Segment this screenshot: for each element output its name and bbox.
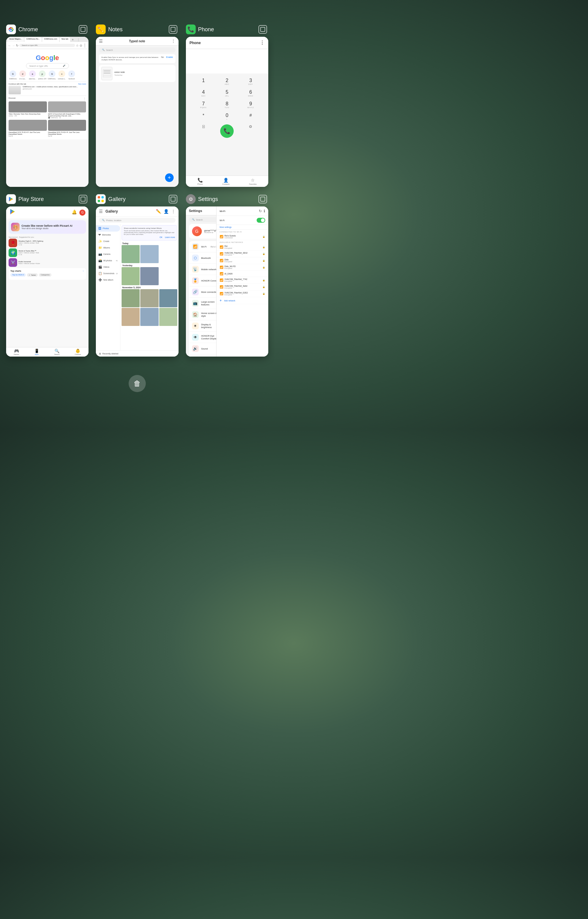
gallery-photo-5[interactable] [121,289,140,307]
gallery-sidebar-videos[interactable]: 🎬 Videos [96,264,120,270]
chrome-screenshot[interactable]: Honor Magics... GSMArena Re... GSMArena.… [6,37,89,187]
gallery-sidebar-photos[interactable]: 🖼 Photos [96,225,120,232]
wifi-network-1[interactable]: 📶 Rol Encrypted 🔒 [216,244,268,250]
mic-icon[interactable]: 🎤 [63,65,66,67]
gallery-photo-2[interactable] [140,245,158,263]
dialpad-key-2[interactable]: 2 ABC [216,76,239,87]
chrome-tab-1[interactable]: Honor Magics... [7,37,24,42]
store-bell-icon[interactable]: 🔔 [72,210,77,216]
quick-link-2[interactable]: d dr or pa... [18,71,27,80]
chrome-address-bar[interactable]: Search or type URL [19,44,75,47]
gallery-photo-3[interactable] [121,267,140,285]
gallery-edit-icon[interactable]: ✏️ [156,209,161,214]
store-profile-icon[interactable]: G [79,210,86,216]
gallery-sidebar-screenshots[interactable]: 📋 Screenshots 18 [96,270,120,277]
notes-more-icon[interactable]: ⋮ [171,39,176,44]
notes-menu-icon[interactable]: ☰ [99,39,103,44]
gallery-menu-icon[interactable]: ☰ [99,209,103,214]
gallery-photo-1[interactable] [121,245,140,263]
dialpad-key-3[interactable]: 3 DEF [239,76,262,87]
chrome-star[interactable]: ☆ [76,44,79,47]
dialpad-key-1[interactable]: 1 [192,76,215,87]
dialpad-key-6[interactable]: 6 MNO [239,87,262,99]
news-item-4[interactable]: Hasselblad XCD 75 f/3.4 P: Just The Lens… [48,120,86,137]
store-tc-arrow[interactable]: → [82,270,84,272]
notes-fab[interactable]: + [165,173,174,182]
chrome-cast[interactable]: ⊙ [80,44,82,47]
store-nav-games[interactable]: 🎮 Games [14,349,19,355]
dialpad-key-star[interactable]: * [192,111,215,122]
notes-window-btn[interactable] [169,25,177,34]
store-banner[interactable]: 🎨 Create like never before with Picsart … [8,220,86,234]
notes-screenshot[interactable]: ☰ Typed note ⋮ 🔍 Search Enable Data Sync… [96,37,178,187]
news-item-2[interactable]: iQOO 13 launched with Snapdragon 8 Elite… [48,102,86,119]
gallery-person-icon[interactable]: 👤 [163,209,169,214]
phone-window-btn[interactable] [258,25,267,34]
gallery-sidebar-albums[interactable]: 📁 Albums [96,244,120,251]
discover-more[interactable]: ⋮ [83,97,86,100]
gallery-photo-10[interactable] [159,308,177,326]
gallery-window-btn[interactable] [169,195,177,204]
gallery-more-icon[interactable]: ⋮ [171,209,176,214]
gallery-sidebar-create[interactable]: ✨ Create [96,238,120,244]
wifi-more-icon[interactable]: ℹ [264,209,265,213]
store-app-3[interactable]: ⚔️ Dublo Immortal Action • Vehicle comba… [8,258,86,267]
dialpad-key-0[interactable]: 0 + [216,111,239,122]
phone-tab-phone[interactable]: 📞 Phone [197,178,203,185]
gallery-photo-4[interactable] [140,267,158,285]
chrome-tab-4[interactable]: New tab [60,37,70,42]
phone-more-icon[interactable]: ⋮ [260,40,265,46]
playstore-window-btn[interactable] [79,195,87,204]
gallery-search[interactable]: 🔍 Photos, location [99,218,175,223]
chrome-tab-2[interactable]: GSMArena Re... [24,37,42,42]
gallery-im-ok-btn[interactable]: OK [160,236,162,238]
dialpad-key-9[interactable]: 9 WXYZ [239,99,262,110]
phone-tab-favorites[interactable]: ☆ Favorites [249,178,257,185]
notes-sync-enable[interactable]: Enable [166,56,173,58]
store-tc-tab-2[interactable]: ✓ Tablet [27,273,38,277]
quick-link-3[interactable]: а аминтор... [28,71,37,80]
dialpad-key-7[interactable]: 7 PQRS [192,99,215,110]
news-item-3[interactable]: Hasselblad XCD 75 f/3.4 P: Just The Lens… [8,120,47,137]
gallery-photo-6[interactable] [140,289,158,307]
trash-button[interactable]: 🗑 [129,375,146,392]
chrome-more[interactable]: ⋮ [83,43,87,47]
settings-screenshot[interactable]: Settings 🔍 Search G gsmar*****g***@.com … [186,207,268,357]
dialpad-key-video[interactable]: ⊙ [239,123,262,140]
playstore-screenshot[interactable]: 🔔 G 🎨 Create like never before with Pics… [6,207,89,357]
gallery-recently-deleted[interactable]: 🗑 Recently deleted [96,350,178,357]
quick-link-5[interactable]: G GSMArena... [48,71,57,80]
chrome-tab-menu[interactable]: ⋮ [76,37,81,42]
gallery-sidebar-allphotos[interactable]: 📸 All photos 40 [96,257,120,264]
chrome-back[interactable]: ← [8,44,11,47]
quick-link-6[interactable]: c contrast a... [58,71,66,80]
store-nav-apps[interactable]: 📱 Apps [34,349,39,355]
dialpad-key-hash[interactable]: # [239,111,262,122]
gallery-photo-7[interactable] [159,289,177,307]
wifi-network-3[interactable]: 📶 Dido Encrypted 🔒 [216,257,268,264]
wifi-toggle[interactable] [257,218,265,223]
chrome-tab-3[interactable]: GSMArena.com [42,37,59,42]
notes-search[interactable]: 🔍 Search [99,47,175,52]
store-tc-tab-1[interactable]: Top for RGN 0 [10,273,26,277]
news-item-1[interactable]: 'Alien: Romulus' Sets Hulu Streaming Dat… [8,102,47,119]
wifi-add-network[interactable]: + Add network [216,297,268,304]
store-tc-tab-3[interactable]: Categories [39,273,52,277]
wifi-refresh-icon[interactable]: ↻ [259,209,262,213]
store-nav-search[interactable]: 🔍 Search [54,349,60,355]
quick-link-7[interactable]: f facebook [67,71,76,80]
settings-window-btn[interactable] [258,195,267,204]
dialpad-key-4[interactable]: 4 GHI [192,87,215,99]
chrome-refresh[interactable]: ↻ [16,44,18,47]
wifi-network-7[interactable]: 📶 VVACOM_FiberNet_3kA4 Encrypted 🔒 [216,284,268,291]
call-button[interactable]: 📞 [220,124,234,138]
dialpad-call-btn[interactable]: 📞 [216,123,239,140]
gallery-sidebar-camera[interactable]: 📷 Camera [96,251,120,257]
gallery-sidebar-newalbum[interactable]: ➕ New album [96,277,120,283]
gallery-im-learn-btn[interactable]: Learn more [165,236,175,238]
phone-screenshot[interactable]: Phone ⋮ 1 2 ABC 3 [186,37,268,187]
wifi-network-8[interactable]: 📶 VVACOM_FiberNet_D2E2 Encrypted 🔒 [216,291,268,297]
gallery-photo-9[interactable] [140,308,158,326]
notes-note-item-1[interactable]: voice note Yesterday [99,65,175,82]
store-app-2[interactable]: 🌍 World of Tanks Blitz™ Action • Vehicle… [8,249,86,257]
